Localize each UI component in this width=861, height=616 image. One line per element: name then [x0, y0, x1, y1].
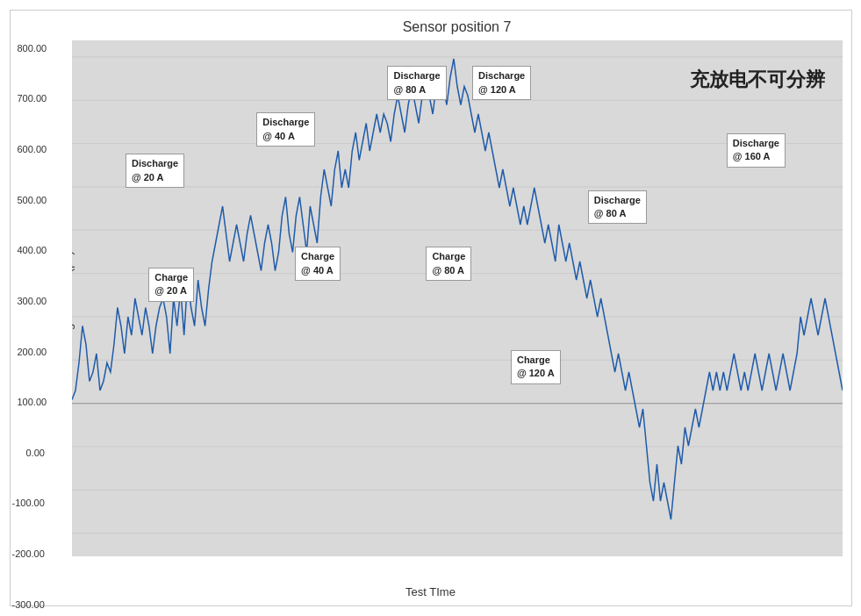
annotation-discharge-80a: Discharge@ 80 A [387, 66, 446, 100]
y-tick-neg300: -300.00 [12, 599, 45, 610]
annotation-discharge-160a: Discharge@ 160 A [727, 133, 786, 168]
y-tick-100: 100.00 [18, 397, 47, 407]
y-tick-0: 0.00 [26, 448, 45, 458]
y-tick-neg100: -100.00 [12, 498, 45, 508]
annotation-discharge-120a: Discharge@ 120 A [472, 66, 531, 100]
y-tick-600: 600.00 [18, 144, 47, 154]
chart-area: Magnetic field (µT) 充放电不可分辨 Discharge@ 2… [72, 40, 843, 556]
y-tick-200: 200.00 [18, 347, 47, 357]
annotation-charge-20a: Charge@ 20 A [148, 268, 194, 302]
chart-container: Sensor position 7 Magnetic field (µT) 充放… [10, 10, 852, 606]
annotation-discharge-20a: Discharge@ 20 A [126, 154, 184, 188]
y-tick-500: 500.00 [18, 195, 47, 205]
chart-title: Sensor position 7 [72, 19, 843, 35]
annotation-charge-40a: Charge@ 40 A [295, 247, 341, 281]
annotation-discharge-80a-2: Discharge@ 80 A [588, 190, 647, 225]
y-tick-300: 300.00 [18, 296, 47, 306]
annotation-discharge-40a: Discharge@ 40 A [256, 112, 315, 147]
x-axis-label-text: Test TIme [405, 585, 456, 598]
y-tick-700: 700.00 [18, 93, 47, 104]
y-tick-800: 800.00 [18, 43, 47, 54]
annotation-charge-80a: Charge@ 80 A [426, 247, 471, 281]
y-tick-400: 400.00 [18, 245, 47, 255]
y-tick-neg200: -200.00 [12, 548, 45, 559]
annotation-charge-120a: Charge@ 120 A [511, 350, 561, 384]
